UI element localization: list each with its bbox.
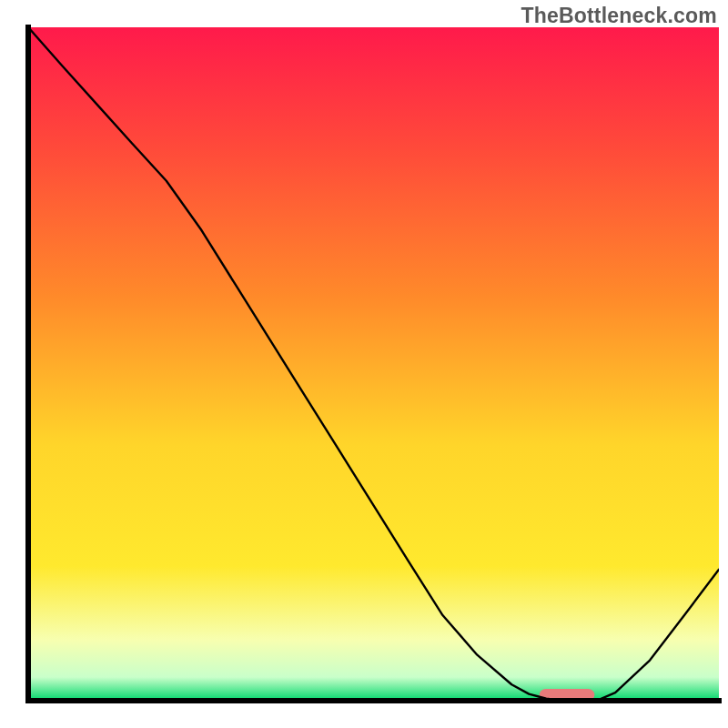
- bottleneck-chart: [0, 0, 728, 728]
- plot-background: [28, 27, 719, 701]
- watermark-text: TheBottleneck.com: [521, 4, 717, 28]
- chart-frame: TheBottleneck.com: [0, 0, 728, 728]
